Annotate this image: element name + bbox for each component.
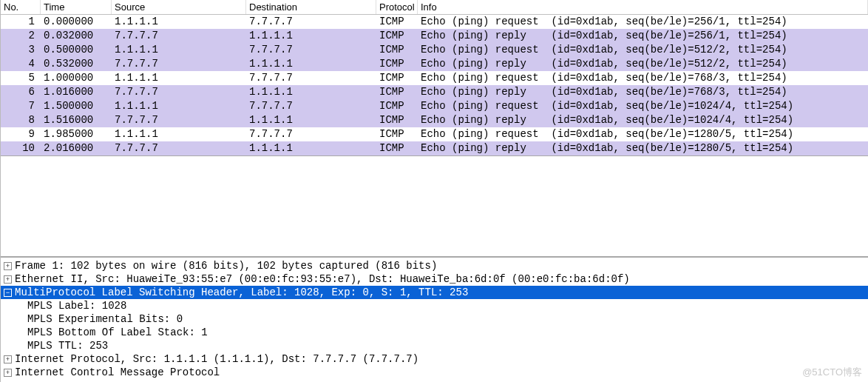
tree-ethernet-label: Ethernet II, Src: HuaweiTe_93:55:e7 (00:… bbox=[15, 272, 630, 286]
cell-no: 6 bbox=[1, 85, 41, 99]
cell-protocol: ICMP bbox=[376, 15, 418, 29]
cell-time: 0.532000 bbox=[41, 57, 112, 71]
cell-protocol: ICMP bbox=[376, 127, 418, 141]
cell-info: Echo (ping) request (id=0xd1ab, seq(be/l… bbox=[418, 127, 868, 141]
cell-destination: 1.1.1.1 bbox=[246, 85, 376, 99]
plus-icon[interactable]: + bbox=[4, 355, 12, 363]
cell-no: 4 bbox=[1, 57, 41, 71]
cell-destination: 7.7.7.7 bbox=[246, 99, 376, 113]
cell-source: 7.7.7.7 bbox=[112, 57, 246, 71]
cell-no: 5 bbox=[1, 71, 41, 85]
packet-row[interactable]: 102.0160007.7.7.71.1.1.1ICMPEcho (ping) … bbox=[1, 141, 868, 155]
column-header-time[interactable]: Time bbox=[41, 0, 112, 14]
cell-no: 9 bbox=[1, 127, 41, 141]
cell-info: Echo (ping) reply (id=0xd1ab, seq(be/le)… bbox=[418, 141, 868, 155]
tree-mpls[interactable]: − MultiProtocol Label Switching Header, … bbox=[1, 286, 868, 299]
packet-row[interactable]: 10.0000001.1.1.17.7.7.7ICMPEcho (ping) r… bbox=[1, 15, 868, 29]
cell-protocol: ICMP bbox=[376, 99, 418, 113]
cell-source: 7.7.7.7 bbox=[112, 141, 246, 155]
cell-info: Echo (ping) request (id=0xd1ab, seq(be/l… bbox=[418, 15, 868, 29]
column-header-destination[interactable]: Destination bbox=[246, 0, 376, 14]
plus-icon[interactable]: + bbox=[4, 275, 12, 284]
packet-row[interactable]: 71.5000001.1.1.17.7.7.7ICMPEcho (ping) r… bbox=[1, 99, 868, 113]
cell-source: 1.1.1.1 bbox=[112, 15, 246, 29]
cell-destination: 1.1.1.1 bbox=[246, 113, 376, 127]
cell-destination: 7.7.7.7 bbox=[246, 71, 376, 85]
cell-source: 1.1.1.1 bbox=[112, 43, 246, 57]
tree-ip-label: Internet Protocol, Src: 1.1.1.1 (1.1.1.1… bbox=[15, 352, 418, 366]
packet-row[interactable]: 61.0160007.7.7.71.1.1.1ICMPEcho (ping) r… bbox=[1, 85, 868, 99]
cell-time: 0.032000 bbox=[41, 29, 112, 43]
cell-info: Echo (ping) reply (id=0xd1ab, seq(be/le)… bbox=[418, 29, 868, 43]
packet-row[interactable]: 30.5000001.1.1.17.7.7.7ICMPEcho (ping) r… bbox=[1, 43, 868, 57]
cell-source: 1.1.1.1 bbox=[112, 71, 246, 85]
tree-mpls-label: MultiProtocol Label Switching Header, La… bbox=[15, 286, 468, 299]
cell-protocol: ICMP bbox=[376, 29, 418, 43]
tree-frame-label: Frame 1: 102 bytes on wire (816 bits), 1… bbox=[15, 259, 437, 272]
cell-source: 1.1.1.1 bbox=[112, 127, 246, 141]
cell-no: 10 bbox=[1, 141, 41, 155]
cell-protocol: ICMP bbox=[376, 57, 418, 71]
cell-destination: 1.1.1.1 bbox=[246, 29, 376, 43]
cell-time: 1.000000 bbox=[41, 71, 112, 85]
cell-time: 1.516000 bbox=[41, 113, 112, 127]
cell-info: Echo (ping) reply (id=0xd1ab, seq(be/le)… bbox=[418, 113, 868, 127]
cell-info: Echo (ping) request (id=0xd1ab, seq(be/l… bbox=[418, 99, 868, 113]
cell-time: 1.985000 bbox=[41, 127, 112, 141]
column-header-info[interactable]: Info bbox=[418, 0, 868, 14]
cell-source: 7.7.7.7 bbox=[112, 85, 246, 99]
packet-details-pane: + Frame 1: 102 bytes on wire (816 bits),… bbox=[1, 256, 868, 382]
cell-no: 7 bbox=[1, 99, 41, 113]
tree-mpls-ttl-field[interactable]: MPLS TTL: 253 bbox=[1, 339, 868, 352]
packet-list-header: No. Time Source Destination Protocol Inf… bbox=[1, 0, 868, 15]
tree-child-text: MPLS Bottom Of Label Stack: 1 bbox=[27, 326, 208, 339]
packet-list-pane: No. Time Source Destination Protocol Inf… bbox=[1, 0, 868, 156]
packet-row[interactable]: 40.5320007.7.7.71.1.1.1ICMPEcho (ping) r… bbox=[1, 57, 868, 71]
packet-row[interactable]: 91.9850001.1.1.17.7.7.7ICMPEcho (ping) r… bbox=[1, 127, 868, 141]
cell-source: 1.1.1.1 bbox=[112, 99, 246, 113]
packet-row[interactable]: 51.0000001.1.1.17.7.7.7ICMPEcho (ping) r… bbox=[1, 71, 868, 85]
cell-time: 1.500000 bbox=[41, 99, 112, 113]
cell-protocol: ICMP bbox=[376, 71, 418, 85]
plus-icon[interactable]: + bbox=[4, 369, 12, 377]
cell-destination: 1.1.1.1 bbox=[246, 141, 376, 155]
tree-child-text: MPLS Experimental Bits: 0 bbox=[27, 312, 183, 326]
cell-destination: 7.7.7.7 bbox=[246, 15, 376, 29]
cell-protocol: ICMP bbox=[376, 141, 418, 155]
tree-frame[interactable]: + Frame 1: 102 bytes on wire (816 bits),… bbox=[1, 259, 868, 272]
cell-time: 1.016000 bbox=[41, 85, 112, 99]
cell-info: Echo (ping) request (id=0xd1ab, seq(be/l… bbox=[418, 71, 868, 85]
tree-mpls-label-field[interactable]: MPLS Label: 1028 bbox=[1, 299, 868, 312]
cell-no: 2 bbox=[1, 29, 41, 43]
cell-destination: 7.7.7.7 bbox=[246, 43, 376, 57]
tree-icmp-label: Internet Control Message Protocol bbox=[15, 366, 220, 379]
cell-destination: 1.1.1.1 bbox=[246, 57, 376, 71]
packet-row[interactable]: 20.0320007.7.7.71.1.1.1ICMPEcho (ping) r… bbox=[1, 29, 868, 43]
cell-protocol: ICMP bbox=[376, 113, 418, 127]
packet-rows-container: 10.0000001.1.1.17.7.7.7ICMPEcho (ping) r… bbox=[1, 15, 868, 155]
empty-gap bbox=[1, 156, 868, 256]
cell-info: Echo (ping) reply (id=0xd1ab, seq(be/le)… bbox=[418, 57, 868, 71]
plus-icon[interactable]: + bbox=[4, 262, 12, 270]
cell-info: Echo (ping) request (id=0xd1ab, seq(be/l… bbox=[418, 43, 868, 57]
packet-row[interactable]: 81.5160007.7.7.71.1.1.1ICMPEcho (ping) r… bbox=[1, 113, 868, 127]
cell-info: Echo (ping) reply (id=0xd1ab, seq(be/le)… bbox=[418, 85, 868, 99]
cell-destination: 7.7.7.7 bbox=[246, 127, 376, 141]
cell-no: 8 bbox=[1, 113, 41, 127]
cell-no: 1 bbox=[1, 15, 41, 29]
cell-time: 2.016000 bbox=[41, 141, 112, 155]
tree-icmp[interactable]: + Internet Control Message Protocol bbox=[1, 366, 868, 379]
column-header-protocol[interactable]: Protocol bbox=[376, 0, 418, 14]
column-header-no[interactable]: No. bbox=[1, 0, 41, 14]
tree-mpls-bottom-field[interactable]: MPLS Bottom Of Label Stack: 1 bbox=[1, 326, 868, 339]
column-header-source[interactable]: Source bbox=[112, 0, 246, 14]
cell-protocol: ICMP bbox=[376, 85, 418, 99]
tree-child-text: MPLS Label: 1028 bbox=[27, 299, 126, 312]
tree-ethernet[interactable]: + Ethernet II, Src: HuaweiTe_93:55:e7 (0… bbox=[1, 272, 868, 286]
cell-time: 0.000000 bbox=[41, 15, 112, 29]
minus-icon[interactable]: − bbox=[4, 289, 12, 297]
tree-ip[interactable]: + Internet Protocol, Src: 1.1.1.1 (1.1.1… bbox=[1, 352, 868, 366]
cell-time: 0.500000 bbox=[41, 43, 112, 57]
cell-no: 3 bbox=[1, 43, 41, 57]
tree-mpls-exp-field[interactable]: MPLS Experimental Bits: 0 bbox=[1, 312, 868, 326]
